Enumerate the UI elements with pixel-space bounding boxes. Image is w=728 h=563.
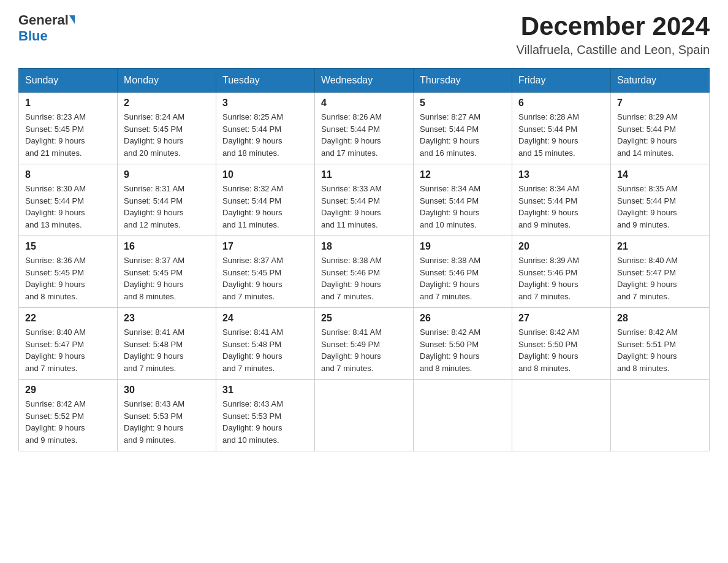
day-info: Sunrise: 8:43 AM Sunset: 5:53 PM Dayligh… (124, 398, 210, 446)
calendar-cell: 6 Sunrise: 8:28 AM Sunset: 5:44 PM Dayli… (512, 93, 611, 164)
calendar-cell (414, 380, 512, 451)
day-number: 26 (420, 313, 506, 324)
day-number: 27 (518, 313, 604, 324)
title-section: December 2024 Villafruela, Castille and … (517, 12, 710, 57)
day-info: Sunrise: 8:43 AM Sunset: 5:53 PM Dayligh… (222, 398, 308, 446)
calendar-day-header: Sunday (19, 69, 118, 93)
calendar-cell: 29 Sunrise: 8:42 AM Sunset: 5:52 PM Dayl… (19, 380, 118, 451)
day-info: Sunrise: 8:34 AM Sunset: 5:44 PM Dayligh… (420, 183, 506, 231)
calendar-cell: 5 Sunrise: 8:27 AM Sunset: 5:44 PM Dayli… (414, 93, 512, 164)
day-number: 3 (222, 98, 308, 109)
calendar-cell: 18 Sunrise: 8:38 AM Sunset: 5:46 PM Dayl… (315, 236, 414, 308)
day-number: 21 (617, 241, 703, 252)
day-info: Sunrise: 8:33 AM Sunset: 5:44 PM Dayligh… (321, 183, 407, 231)
calendar-cell: 9 Sunrise: 8:31 AM Sunset: 5:44 PM Dayli… (118, 164, 216, 236)
calendar-cell: 22 Sunrise: 8:40 AM Sunset: 5:47 PM Dayl… (19, 308, 118, 380)
day-number: 14 (617, 169, 703, 180)
day-info: Sunrise: 8:41 AM Sunset: 5:48 PM Dayligh… (124, 326, 210, 374)
calendar-cell: 20 Sunrise: 8:39 AM Sunset: 5:46 PM Dayl… (512, 236, 611, 308)
calendar-cell: 16 Sunrise: 8:37 AM Sunset: 5:45 PM Dayl… (118, 236, 216, 308)
day-info: Sunrise: 8:30 AM Sunset: 5:44 PM Dayligh… (25, 183, 111, 231)
day-number: 13 (518, 169, 604, 180)
calendar-day-header: Thursday (414, 69, 512, 93)
day-number: 17 (222, 241, 308, 252)
logo: General Blue (18, 12, 75, 44)
calendar-cell: 13 Sunrise: 8:34 AM Sunset: 5:44 PM Dayl… (512, 164, 611, 236)
day-info: Sunrise: 8:42 AM Sunset: 5:50 PM Dayligh… (518, 326, 604, 374)
calendar-week-row: 29 Sunrise: 8:42 AM Sunset: 5:52 PM Dayl… (19, 380, 710, 451)
day-info: Sunrise: 8:37 AM Sunset: 5:45 PM Dayligh… (124, 255, 210, 302)
day-number: 25 (321, 313, 407, 324)
calendar-cell: 1 Sunrise: 8:23 AM Sunset: 5:45 PM Dayli… (19, 93, 118, 164)
calendar-cell: 4 Sunrise: 8:26 AM Sunset: 5:44 PM Dayli… (315, 93, 414, 164)
calendar-header-row: SundayMondayTuesdayWednesdayThursdayFrid… (19, 69, 710, 93)
calendar-week-row: 8 Sunrise: 8:30 AM Sunset: 5:44 PM Dayli… (19, 164, 710, 236)
calendar-table: SundayMondayTuesdayWednesdayThursdayFrid… (18, 68, 710, 451)
day-number: 30 (124, 385, 210, 396)
day-number: 12 (420, 169, 506, 180)
logo-general-text: General (18, 12, 69, 28)
day-number: 24 (222, 313, 308, 324)
calendar-cell: 14 Sunrise: 8:35 AM Sunset: 5:44 PM Dayl… (611, 164, 710, 236)
calendar-cell: 3 Sunrise: 8:25 AM Sunset: 5:44 PM Dayli… (216, 93, 315, 164)
day-info: Sunrise: 8:40 AM Sunset: 5:47 PM Dayligh… (617, 255, 703, 302)
day-info: Sunrise: 8:26 AM Sunset: 5:44 PM Dayligh… (321, 111, 407, 159)
calendar-cell: 15 Sunrise: 8:36 AM Sunset: 5:45 PM Dayl… (19, 236, 118, 308)
day-info: Sunrise: 8:28 AM Sunset: 5:44 PM Dayligh… (518, 111, 604, 159)
day-info: Sunrise: 8:38 AM Sunset: 5:46 PM Dayligh… (321, 255, 407, 302)
day-info: Sunrise: 8:27 AM Sunset: 5:44 PM Dayligh… (420, 111, 506, 159)
calendar-cell (315, 380, 414, 451)
day-number: 29 (25, 385, 111, 396)
day-number: 19 (420, 241, 506, 252)
day-info: Sunrise: 8:36 AM Sunset: 5:45 PM Dayligh… (25, 255, 111, 302)
day-number: 10 (222, 169, 308, 180)
calendar-cell: 11 Sunrise: 8:33 AM Sunset: 5:44 PM Dayl… (315, 164, 414, 236)
day-info: Sunrise: 8:41 AM Sunset: 5:49 PM Dayligh… (321, 326, 407, 374)
day-info: Sunrise: 8:29 AM Sunset: 5:44 PM Dayligh… (617, 111, 703, 159)
day-info: Sunrise: 8:23 AM Sunset: 5:45 PM Dayligh… (25, 111, 111, 159)
calendar-cell: 26 Sunrise: 8:42 AM Sunset: 5:50 PM Dayl… (414, 308, 512, 380)
calendar-cell: 24 Sunrise: 8:41 AM Sunset: 5:48 PM Dayl… (216, 308, 315, 380)
day-info: Sunrise: 8:42 AM Sunset: 5:51 PM Dayligh… (617, 326, 703, 374)
day-info: Sunrise: 8:41 AM Sunset: 5:48 PM Dayligh… (222, 326, 308, 374)
calendar-cell: 21 Sunrise: 8:40 AM Sunset: 5:47 PM Dayl… (611, 236, 710, 308)
calendar-week-row: 15 Sunrise: 8:36 AM Sunset: 5:45 PM Dayl… (19, 236, 710, 308)
calendar-day-header: Friday (512, 69, 611, 93)
logo-blue-text: Blue (18, 28, 48, 44)
calendar-cell: 17 Sunrise: 8:37 AM Sunset: 5:45 PM Dayl… (216, 236, 315, 308)
day-number: 18 (321, 241, 407, 252)
calendar-cell: 7 Sunrise: 8:29 AM Sunset: 5:44 PM Dayli… (611, 93, 710, 164)
day-info: Sunrise: 8:38 AM Sunset: 5:46 PM Dayligh… (420, 255, 506, 302)
day-number: 15 (25, 241, 111, 252)
day-info: Sunrise: 8:42 AM Sunset: 5:50 PM Dayligh… (420, 326, 506, 374)
day-number: 4 (321, 98, 407, 109)
calendar-cell: 8 Sunrise: 8:30 AM Sunset: 5:44 PM Dayli… (19, 164, 118, 236)
calendar-week-row: 1 Sunrise: 8:23 AM Sunset: 5:45 PM Dayli… (19, 93, 710, 164)
calendar-cell: 28 Sunrise: 8:42 AM Sunset: 5:51 PM Dayl… (611, 308, 710, 380)
day-number: 9 (124, 169, 210, 180)
calendar-day-header: Tuesday (216, 69, 315, 93)
day-number: 16 (124, 241, 210, 252)
calendar-cell: 23 Sunrise: 8:41 AM Sunset: 5:48 PM Dayl… (118, 308, 216, 380)
calendar-cell: 10 Sunrise: 8:32 AM Sunset: 5:44 PM Dayl… (216, 164, 315, 236)
calendar-day-header: Monday (118, 69, 216, 93)
logo-triangle-icon (69, 15, 75, 24)
day-number: 6 (518, 98, 604, 109)
day-number: 1 (25, 98, 111, 109)
day-number: 11 (321, 169, 407, 180)
calendar-cell (611, 380, 710, 451)
calendar-cell: 27 Sunrise: 8:42 AM Sunset: 5:50 PM Dayl… (512, 308, 611, 380)
day-info: Sunrise: 8:24 AM Sunset: 5:45 PM Dayligh… (124, 111, 210, 159)
day-number: 28 (617, 313, 703, 324)
day-info: Sunrise: 8:42 AM Sunset: 5:52 PM Dayligh… (25, 398, 111, 446)
day-number: 8 (25, 169, 111, 180)
calendar-cell: 19 Sunrise: 8:38 AM Sunset: 5:46 PM Dayl… (414, 236, 512, 308)
calendar-cell (512, 380, 611, 451)
calendar-cell: 2 Sunrise: 8:24 AM Sunset: 5:45 PM Dayli… (118, 93, 216, 164)
calendar-cell: 31 Sunrise: 8:43 AM Sunset: 5:53 PM Dayl… (216, 380, 315, 451)
location-subtitle: Villafruela, Castille and Leon, Spain (517, 43, 710, 57)
calendar-day-header: Wednesday (315, 69, 414, 93)
page-header: General Blue December 2024 Villafruela, … (18, 12, 710, 57)
day-info: Sunrise: 8:25 AM Sunset: 5:44 PM Dayligh… (222, 111, 308, 159)
calendar-cell: 25 Sunrise: 8:41 AM Sunset: 5:49 PM Dayl… (315, 308, 414, 380)
